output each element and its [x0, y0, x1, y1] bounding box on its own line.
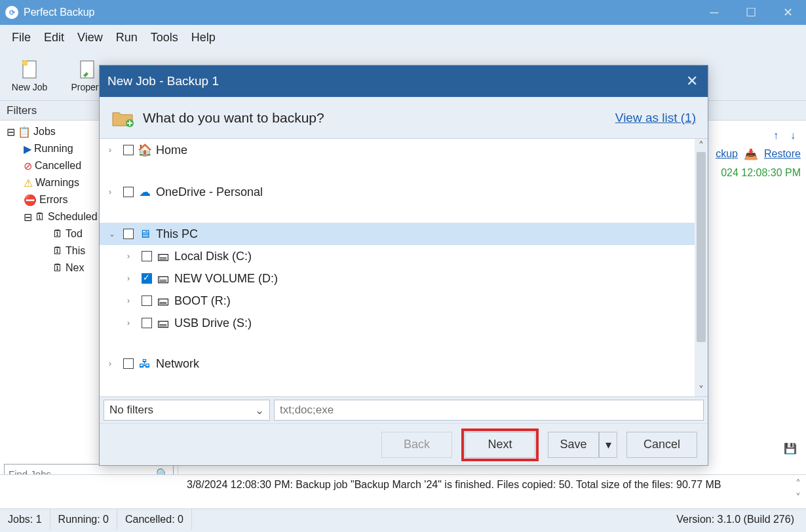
tree-boot-r[interactable]: › 🖴 BOOT (R:) — [100, 290, 708, 312]
close-button[interactable]: ✕ — [769, 0, 806, 25]
expand-icon[interactable]: › — [109, 145, 119, 155]
save-split-button: Save ▾ — [548, 432, 617, 458]
status-version: Version: 3.1.0 (Build 276) — [676, 514, 806, 525]
filter-row: No filters ⌄ — [100, 397, 708, 423]
checkbox-local-c[interactable] — [142, 251, 152, 261]
dialog-title: New Job - Backup 1 — [107, 74, 219, 88]
status-jobs: Jobs: 1 — [0, 509, 50, 529]
checkbox-network[interactable] — [123, 358, 134, 369]
drive-icon: 🖴 — [156, 294, 170, 308]
scroll-down-icon[interactable]: ˅ — [695, 383, 708, 396]
calendar-icon: 🗓 — [52, 228, 63, 240]
svg-point-2 — [22, 60, 28, 66]
expand-icon[interactable]: › — [109, 187, 119, 197]
tree-onedrive[interactable]: › ☁ OneDrive - Personal — [100, 181, 708, 203]
collapse-icon[interactable]: ⌄ — [109, 229, 119, 238]
scroll-up-icon[interactable]: ˄ — [695, 139, 708, 152]
app-logo-icon: ⟳ — [5, 6, 18, 19]
menu-file[interactable]: File — [5, 28, 37, 47]
tree-usb-s[interactable]: › 🖴 USB Drive (S:) — [100, 312, 708, 334]
expand-icon[interactable]: › — [127, 318, 138, 328]
dialog-close-button[interactable]: ✕ — [676, 66, 708, 97]
menu-bar: File Edit View Run Tools Help — [0, 25, 806, 50]
expand-icon[interactable]: › — [109, 359, 119, 368]
filters-label: Filters — [7, 104, 37, 117]
tree-home[interactable]: › 🏠 Home — [100, 139, 708, 161]
chevron-down-icon: ⌄ — [255, 404, 264, 417]
view-as-list-link[interactable]: View as list (1) — [615, 111, 696, 125]
save-icon[interactable]: 💾 — [784, 442, 797, 455]
new-job-dialog: New Job - Backup 1 ✕ What do you want to… — [99, 65, 708, 466]
dialog-buttons: Back Next Save ▾ Cancel — [100, 423, 708, 465]
dialog-heading: What do you want to backup? — [143, 110, 615, 126]
right-panel-peek: ↑ ↓ ckup 📥 Restore 024 12:08:30 PM — [710, 127, 802, 181]
filter-input[interactable] — [274, 400, 704, 421]
toolbar-new-job[interactable]: New Job — [7, 50, 52, 100]
expand-icon[interactable]: › — [127, 252, 138, 261]
tree-network[interactable]: › 🖧 Network — [100, 352, 708, 375]
scroll-thumb[interactable] — [697, 152, 706, 342]
expand-icon[interactable]: › — [127, 274, 138, 283]
window-titlebar: ⟳ Perfect Backup ─ ☐ ✕ — [0, 0, 806, 25]
status-bar: Jobs: 1 Running: 0 Cancelled: 0 Version:… — [0, 508, 806, 529]
log-line: 3/8/2024 12:08:30 PM: Backup job "Backup… — [187, 479, 801, 491]
maximize-button[interactable]: ☐ — [733, 0, 769, 25]
status-running: Running: 0 — [50, 509, 117, 529]
checkbox-thispc[interactable] — [123, 229, 134, 239]
play-icon: ▶ — [24, 143, 31, 155]
home-icon: 🏠 — [138, 143, 152, 157]
menu-help[interactable]: Help — [185, 28, 222, 47]
next-button-highlight: Next — [461, 428, 539, 461]
calendar-icon: 🗓 — [35, 211, 45, 223]
app-title: Perfect Backup — [24, 7, 95, 18]
cancel-icon: ⊘ — [24, 160, 32, 172]
restore-link[interactable]: Restore — [764, 148, 801, 161]
last-run-timestamp: 024 12:08:30 PM — [710, 164, 802, 181]
checkbox-boot-r[interactable] — [142, 295, 152, 306]
calendar-icon: 🗓 — [52, 262, 63, 274]
expand-icon[interactable]: › — [127, 296, 138, 305]
filter-select[interactable]: No filters ⌄ — [104, 400, 270, 421]
save-button[interactable]: Save — [548, 432, 599, 458]
drive-icon: 🖴 — [156, 316, 170, 330]
error-icon: ⛔ — [24, 194, 37, 206]
next-button[interactable]: Next — [465, 432, 535, 458]
window-controls: ─ ☐ ✕ — [696, 0, 806, 25]
tree-this-pc[interactable]: ⌄ 🖥 This PC — [100, 223, 708, 245]
checkbox-usb-s[interactable] — [142, 318, 152, 328]
save-dropdown-button[interactable]: ▾ — [599, 432, 617, 458]
checkbox-new-volume-d[interactable] — [142, 273, 152, 284]
tree-local-c[interactable]: › 🖴 Local Disk (C:) — [100, 245, 708, 267]
svg-rect-3 — [81, 61, 94, 78]
status-cancelled: Cancelled: 0 — [117, 509, 192, 529]
checkbox-onedrive[interactable] — [123, 187, 134, 197]
menu-edit[interactable]: Edit — [37, 28, 71, 47]
new-job-icon — [19, 58, 40, 79]
properties-icon — [77, 58, 98, 79]
menu-run[interactable]: Run — [109, 28, 144, 47]
menu-view[interactable]: View — [71, 28, 109, 47]
cloud-icon: ☁ — [138, 185, 152, 199]
minimize-button[interactable]: ─ — [696, 0, 733, 25]
backup-link[interactable]: ckup — [716, 148, 738, 161]
checkbox-home[interactable] — [123, 145, 134, 155]
scroll-down-icon[interactable]: ˅ — [796, 491, 801, 504]
restore-icon: 📥 — [744, 148, 758, 161]
down-arrow-icon[interactable]: ↓ — [790, 130, 796, 142]
drive-icon: 🖴 — [156, 249, 170, 263]
menu-tools[interactable]: Tools — [144, 28, 185, 47]
tree-new-volume-d[interactable]: › 🖴 NEW VOLUME (D:) — [100, 267, 708, 290]
up-arrow-icon[interactable]: ↑ — [773, 130, 778, 142]
back-button[interactable]: Back — [381, 432, 452, 458]
dialog-titlebar: New Job - Backup 1 ✕ — [100, 66, 708, 97]
log-panel: 3/8/2024 12:08:30 PM: Backup job "Backup… — [0, 474, 806, 508]
dialog-tree: › 🏠 Home › ☁ OneDrive - Personal ⌄ 🖥 Thi… — [100, 139, 708, 397]
cancel-button[interactable]: Cancel — [626, 432, 697, 458]
scroll-up-icon[interactable]: ˄ — [796, 478, 801, 490]
calendar-icon: 🗓 — [52, 245, 63, 257]
dialog-header: What do you want to backup? View as list… — [100, 97, 708, 139]
network-icon: 🖧 — [138, 356, 152, 371]
toolbar-new-job-label: New Job — [12, 82, 47, 92]
drive-icon: 🖴 — [156, 271, 170, 286]
tree-scrollbar[interactable]: ˄ ˅ — [695, 139, 708, 396]
